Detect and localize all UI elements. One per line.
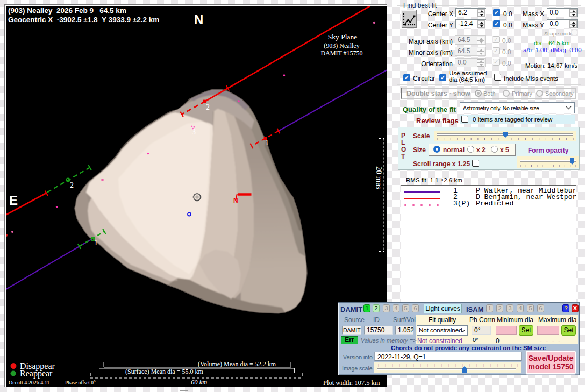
svg-text:N: N — [194, 12, 203, 27]
svg-text:Plot width: 107.5 km: Plot width: 107.5 km — [323, 379, 380, 387]
svg-text:Occult 4.2026.4.11: Occult 4.2026.4.11 — [9, 380, 49, 386]
svg-text:Reappear: Reappear — [20, 369, 53, 379]
svg-text:(903) Nealley 2026 Feb 9 64: (903) Nealley 2026 Feb 9 64.5 km — [8, 6, 126, 15]
svg-text:(Volume) Mean dia = 52.2 km: (Volume) Mean dia = 52.2 km — [198, 360, 276, 368]
svg-text:3(P): 3(P) — [453, 199, 470, 208]
svg-text:60 km: 60 km — [191, 379, 207, 386]
svg-text:Geocentric X -3902.5 ±1.8 Y: Geocentric X -3902.5 ±1.8 Y 3933.9 ±2.2 … — [8, 16, 159, 24]
svg-text:2: 2 — [206, 103, 210, 111]
svg-text:1: 1 — [94, 239, 98, 247]
svg-text:Phase offset 0°: Phase offset 0° — [65, 380, 96, 386]
svg-text:N: N — [233, 197, 238, 204]
svg-text:2: 2 — [70, 181, 74, 189]
svg-text:E: E — [9, 193, 18, 208]
svg-text:20 mas: 20 mas — [375, 166, 383, 189]
svg-text:DAMIT #15750: DAMIT #15750 — [320, 49, 362, 57]
svg-text:(903) Nealley: (903) Nealley — [324, 42, 359, 49]
svg-text:Sky Plane: Sky Plane — [328, 33, 357, 41]
svg-text:(Surface) Mean dia = 55.0 km: (Surface) Mean dia = 55.0 km — [125, 368, 203, 375]
svg-text:Predicted: Predicted — [476, 199, 513, 208]
svg-text:1: 1 — [265, 139, 269, 147]
